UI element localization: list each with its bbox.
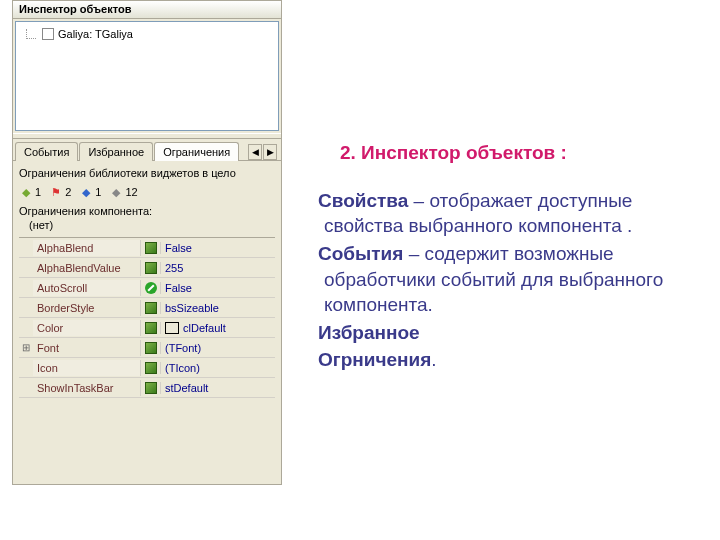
package-icon bbox=[141, 342, 161, 354]
property-value[interactable]: False bbox=[161, 280, 275, 296]
property-row[interactable]: Icon(TIcon) bbox=[19, 358, 275, 378]
package-icon bbox=[141, 322, 161, 334]
property-value[interactable]: (TFont) bbox=[161, 340, 275, 356]
tab-favorites[interactable]: Избранное bbox=[79, 142, 153, 161]
tree-connector-icon bbox=[26, 29, 36, 39]
package-icon bbox=[141, 382, 161, 394]
tab-content: Ограничения библиотеки виджетов в цело ◆… bbox=[13, 160, 281, 484]
component-limits-value: (нет) bbox=[19, 219, 275, 231]
property-name: ShowInTaskBar bbox=[33, 380, 141, 396]
property-row[interactable]: AlphaBlendFalse bbox=[19, 238, 275, 258]
limit-icons-row: ◆ 1 ⚑ 2 ◆ 1 ◆ 12 bbox=[19, 185, 275, 199]
note-item: События – содержит возможные обработчики… bbox=[318, 241, 698, 318]
tab-bar: События Избранное Ограничения ◀ ▶ bbox=[13, 139, 281, 160]
property-value[interactable]: stDefault bbox=[161, 380, 275, 396]
package-icon bbox=[141, 302, 161, 314]
property-name: AlphaBlendValue bbox=[33, 260, 141, 276]
slide-notes: 2. Инспектор объектов : Свойства – отобр… bbox=[318, 140, 698, 375]
tree-node[interactable]: Galiya: TGaliya bbox=[20, 26, 274, 42]
note-item: Огрничения. bbox=[318, 347, 698, 373]
tab-scroll-left[interactable]: ◀ bbox=[248, 144, 262, 160]
component-tree[interactable]: Galiya: TGaliya bbox=[15, 21, 279, 131]
limit-count-4: 12 bbox=[125, 186, 137, 198]
property-row[interactable]: ColorclDefault bbox=[19, 318, 275, 338]
object-inspector-panel: Инспектор объектов Galiya: TGaliya Событ… bbox=[12, 0, 282, 485]
library-limits-label: Ограничения библиотеки виджетов в цело bbox=[19, 167, 275, 179]
form-icon bbox=[42, 28, 54, 40]
limit-count-2: 2 bbox=[65, 186, 71, 198]
package-icon bbox=[141, 362, 161, 374]
cube-icon: ◆ bbox=[109, 185, 123, 199]
panel-title: Инспектор объектов bbox=[13, 1, 281, 19]
cube-icon: ◆ bbox=[19, 185, 33, 199]
property-row[interactable]: ⊞Font(TFont) bbox=[19, 338, 275, 358]
property-value[interactable]: False bbox=[161, 240, 275, 256]
property-row[interactable]: AutoScrollFalse bbox=[19, 278, 275, 298]
property-row[interactable]: ShowInTaskBarstDefault bbox=[19, 378, 275, 398]
property-value[interactable]: clDefault bbox=[161, 320, 275, 336]
tree-node-label: Galiya: TGaliya bbox=[58, 28, 133, 40]
property-value[interactable]: bsSizeable bbox=[161, 300, 275, 316]
tab-events[interactable]: События bbox=[15, 142, 78, 161]
package-icon bbox=[141, 262, 161, 274]
tab-scroll-right[interactable]: ▶ bbox=[263, 144, 277, 160]
property-name: Icon bbox=[33, 360, 141, 376]
color-swatch-icon bbox=[165, 322, 179, 334]
tab-scroll: ◀ ▶ bbox=[247, 144, 279, 160]
property-value[interactable]: 255 bbox=[161, 260, 275, 276]
property-name: BorderStyle bbox=[33, 300, 141, 316]
cube-icon: ◆ bbox=[79, 185, 93, 199]
property-name: AlphaBlend bbox=[33, 240, 141, 256]
tab-restrictions[interactable]: Ограничения bbox=[154, 142, 239, 161]
property-name: Font bbox=[33, 340, 141, 356]
component-limits-label: Ограничения компонента: bbox=[19, 205, 275, 217]
note-item: Избранное bbox=[318, 320, 698, 346]
restricted-icon bbox=[141, 282, 161, 294]
property-grid: AlphaBlendFalseAlphaBlendValue255AutoScr… bbox=[19, 237, 275, 398]
property-value[interactable]: (TIcon) bbox=[161, 360, 275, 376]
property-row[interactable]: AlphaBlendValue255 bbox=[19, 258, 275, 278]
notes-heading: 2. Инспектор объектов : bbox=[318, 140, 698, 166]
package-icon bbox=[141, 242, 161, 254]
note-item: Свойства – отображает доступные свойства… bbox=[318, 188, 698, 239]
expand-icon[interactable]: ⊞ bbox=[19, 342, 33, 353]
flag-icon: ⚑ bbox=[49, 185, 63, 199]
property-row[interactable]: BorderStylebsSizeable bbox=[19, 298, 275, 318]
limit-count-3: 1 bbox=[95, 186, 101, 198]
limit-count-1: 1 bbox=[35, 186, 41, 198]
property-name: AutoScroll bbox=[33, 280, 141, 296]
property-name: Color bbox=[33, 320, 141, 336]
